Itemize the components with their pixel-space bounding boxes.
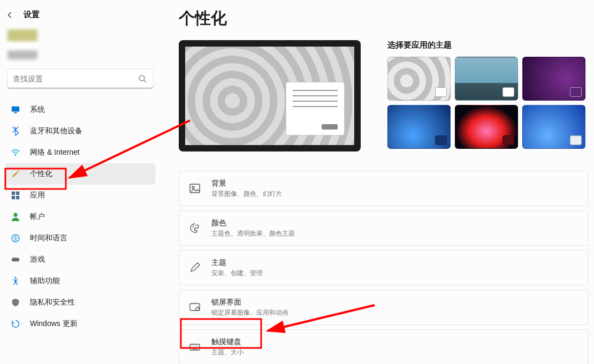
svg-point-15 [193,225,194,226]
app-title: 设置 [24,10,40,20]
svg-rect-1 [12,107,19,112]
page-title: 个性化 [179,7,589,29]
setting-item-title: 背景 [211,179,282,188]
setting-item-title: 主题 [211,258,263,268]
svg-rect-4 [12,192,15,195]
sidebar-item-label: 帐户 [30,212,45,222]
setting-item-subtitle: 主题、大小 [211,348,243,357]
sidebar-item-gaming[interactable]: 游戏 [5,249,155,270]
setting-item-background[interactable]: 背景背景图像、颜色、幻灯片 [179,171,589,206]
bluetooth-icon [11,126,20,136]
themes-heading: 选择要应用的主题 [387,40,589,50]
sidebar-item-privacy[interactable]: 隐私和安全性 [5,292,155,313]
globe-time-icon [11,233,20,243]
sidebar-item-label: Windows 更新 [30,319,78,329]
back-button[interactable] [5,10,15,20]
svg-point-16 [195,225,196,226]
setting-item-subtitle: 背景图像、颜色、幻灯片 [211,189,282,199]
svg-rect-7 [16,196,19,199]
svg-point-0 [139,75,144,81]
setting-item-themes[interactable]: 主题安装、创建、管理 [179,250,589,285]
sidebar-item-label: 游戏 [30,255,45,264]
setting-item-colors[interactable]: 颜色主题色、透明效果、颜色主题 [179,210,589,246]
sidebar-item-label: 网络 & Internet [30,148,80,157]
sidebar-item-accounts[interactable]: 帐户 [5,206,155,228]
theme-option-5[interactable] [455,105,518,149]
accessibility-icon [11,276,20,286]
setting-item-subtitle: 安装、创建、管理 [211,269,263,278]
setting-item-touchkeyboard[interactable]: 触摸键盘主题、大小 [179,329,589,364]
svg-point-3 [15,155,16,156]
lockscreen-icon [189,301,201,313]
setting-item-subtitle: 主题色、透明效果、颜色主题 [211,229,295,238]
search-icon [138,74,147,83]
sidebar-item-update[interactable]: Windows 更新 [5,313,155,335]
sidebar-item-label: 时间和语言 [30,233,67,243]
palette-icon [189,222,201,234]
sidebar-item-label: 系统 [30,105,45,115]
desktop-preview [179,40,361,151]
setting-item-title: 颜色 [211,218,295,228]
svg-rect-2 [14,112,17,113]
image-icon [189,183,201,194]
shield-icon [11,298,20,307]
svg-rect-10 [12,257,19,261]
update-icon [11,319,20,329]
sidebar-item-apps[interactable]: 应用 [5,185,155,206]
keyboard-icon [189,341,201,353]
gamepad-icon [11,255,20,264]
theme-option-6[interactable] [522,105,585,149]
sidebar-item-network[interactable]: 网络 & Internet [5,142,155,163]
theme-option-2[interactable] [455,57,518,101]
setting-item-subtitle: 锁定屏幕图像、应用和动画 [211,308,288,317]
setting-item-title: 锁屏界面 [211,298,288,307]
sidebar-item-label: 蓝牙和其他设备 [30,126,82,136]
sidebar-item-time[interactable]: 时间和语言 [5,228,155,249]
setting-item-title: 触摸键盘 [211,337,243,347]
monitor-icon [11,105,20,115]
search-input[interactable] [7,69,153,88]
svg-point-11 [14,277,17,279]
person-icon [11,212,20,222]
sidebar-item-label: 应用 [30,191,45,200]
themes-grid [387,57,589,149]
sidebar-item-label: 辅助功能 [30,276,60,286]
theme-option-4[interactable] [387,105,451,149]
svg-rect-6 [12,196,15,199]
sidebar-item-accessibility[interactable]: 辅助功能 [5,270,155,292]
svg-point-13 [192,186,194,188]
svg-rect-5 [16,192,19,195]
personalization-items: 背景背景图像、颜色、幻灯片颜色主题色、透明效果、颜色主题主题安装、创建、管理锁屏… [179,171,589,364]
setting-item-lockscreen[interactable]: 锁屏界面锁定屏幕图像、应用和动画 [179,290,589,325]
theme-option-1[interactable] [387,57,451,101]
nav-list: 系统蓝牙和其他设备网络 & Internet个性化应用帐户时间和语言游戏辅助功能… [5,99,155,335]
theme-option-3[interactable] [522,57,585,101]
paintbrush-icon [11,169,20,179]
wifi-icon [11,148,20,157]
svg-rect-18 [196,308,199,310]
user-avatar[interactable] [7,29,37,59]
svg-point-8 [13,213,17,217]
pen-icon [189,262,201,274]
sidebar-item-system[interactable]: 系统 [5,99,155,120]
sidebar-item-label: 隐私和安全性 [30,298,75,307]
svg-point-14 [192,226,193,228]
sidebar-item-personalization[interactable]: 个性化 [5,163,155,185]
svg-rect-17 [190,304,200,310]
sidebar-item-bluetooth[interactable]: 蓝牙和其他设备 [5,120,155,142]
sidebar-item-label: 个性化 [30,169,52,179]
apps-icon [11,191,20,200]
